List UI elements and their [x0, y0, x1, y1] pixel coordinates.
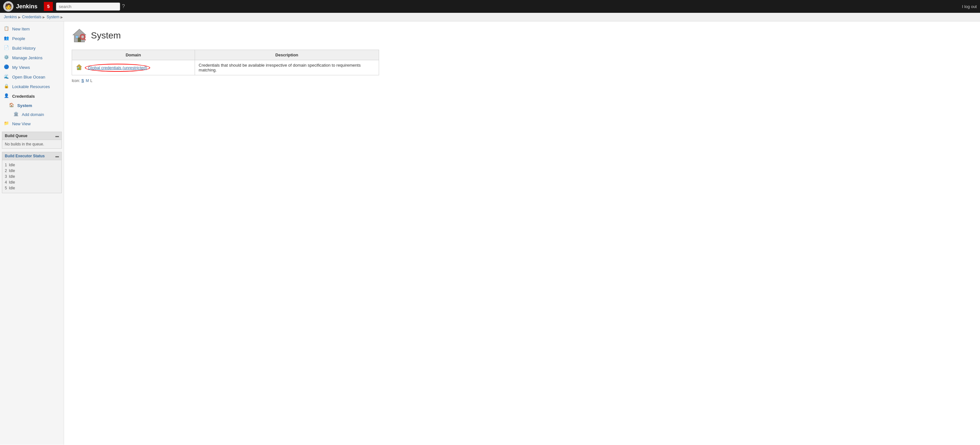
help-icon[interactable]: ?	[122, 3, 125, 9]
jenkins-logo[interactable]: 🧑 Jenkins	[3, 1, 37, 11]
logout-link[interactable]: I log out	[962, 4, 977, 9]
icon-size-s[interactable]: S	[81, 78, 84, 83]
sidebar-item-lockable-resources[interactable]: 🔒 Lockable Resources	[0, 82, 64, 91]
sidebar-label-system: System	[17, 103, 32, 108]
credentials-table: Domain Description	[72, 49, 379, 75]
manage-jenkins-icon: ⚙️	[4, 55, 10, 61]
description-cell: Credentials that should be available irr…	[195, 60, 379, 75]
domain-cell-inner: Global credentials (unrestricted)	[76, 64, 191, 72]
build-queue-panel: Build Queue ▬ No builds in the queue.	[2, 132, 62, 149]
page-title: System	[91, 30, 121, 41]
system-page-icon	[72, 28, 87, 43]
credentials-icon: 👤	[4, 93, 10, 99]
jenkins-title: Jenkins	[16, 3, 37, 10]
jenkins-avatar: 🧑	[3, 1, 13, 11]
breadcrumb-sep-1: ▶	[18, 15, 21, 19]
main-content: System Domain Description	[64, 21, 980, 445]
col-description: Description	[195, 50, 379, 60]
sidebar-label-credentials: Credentials	[12, 94, 35, 99]
sidebar-item-add-domain[interactable]: 🏛️ Add domain	[0, 110, 64, 119]
sidebar-item-system[interactable]: 🏠 System	[0, 101, 64, 110]
build-queue-title: Build Queue	[5, 134, 27, 138]
svg-rect-2	[76, 35, 78, 38]
table-row: Global credentials (unrestricted) Creden…	[72, 60, 379, 75]
build-queue-collapse[interactable]: ▬	[56, 134, 59, 138]
sidebar-item-new-view[interactable]: 📁 New View	[0, 119, 64, 128]
header: 🧑 Jenkins 5 ? I log out	[0, 0, 980, 13]
sidebar-label-add-domain: Add domain	[22, 112, 44, 117]
col-domain: Domain	[72, 50, 195, 60]
domain-cell: Global credentials (unrestricted)	[72, 60, 195, 75]
executor-row-1: 1 Idle	[5, 162, 59, 168]
new-view-icon: 📁	[4, 121, 10, 126]
table-header-row: Domain Description	[72, 50, 379, 60]
build-executor-body: 1 Idle 2 Idle 3 Idle 4 Idle 5 Idle	[2, 160, 62, 193]
system-icon: 🏠	[9, 102, 15, 108]
sidebar: 📋 New Item 👥 People 📄 Build History ⚙️ M…	[0, 21, 64, 445]
add-domain-icon: 🏛️	[13, 112, 19, 117]
icon-size-l-text: L	[90, 78, 92, 83]
sidebar-item-credentials[interactable]: 👤 Credentials	[0, 91, 64, 101]
executor-num-5: 5	[5, 186, 7, 190]
sidebar-item-my-views[interactable]: 🔵 My Views	[0, 62, 64, 72]
build-queue-empty: No builds in the queue.	[5, 142, 44, 147]
sidebar-label-my-views: My Views	[12, 65, 30, 70]
breadcrumb-credentials[interactable]: Credentials	[22, 15, 41, 19]
search-area: ?	[56, 3, 962, 11]
global-credentials-link[interactable]: Global credentials (unrestricted)	[85, 64, 150, 72]
sidebar-label-manage-jenkins: Manage Jenkins	[12, 56, 43, 60]
breadcrumb: Jenkins ▶ Credentials ▶ System ▶	[0, 13, 980, 21]
new-item-icon: 📋	[4, 26, 10, 32]
executor-status-3: Idle	[9, 174, 15, 179]
executor-row-3: 3 Idle	[5, 174, 59, 179]
executor-row-4: 4 Idle	[5, 179, 59, 185]
executor-status-4: Idle	[9, 180, 15, 185]
svg-point-5	[81, 35, 84, 38]
page-title-row: System	[72, 28, 972, 43]
sidebar-label-lockable-resources: Lockable Resources	[12, 84, 50, 89]
build-queue-body: No builds in the queue.	[2, 140, 62, 148]
build-queue-header: Build Queue ▬	[2, 132, 62, 140]
executor-status-1: Idle	[9, 163, 15, 167]
sidebar-label-new-item: New Item	[12, 27, 30, 31]
sidebar-label-people: People	[12, 36, 25, 41]
sidebar-label-new-view: New View	[12, 121, 31, 126]
build-executor-title-link[interactable]: Build Executor Status	[5, 154, 45, 158]
breadcrumb-jenkins[interactable]: Jenkins	[4, 15, 17, 19]
sidebar-item-manage-jenkins[interactable]: ⚙️ Manage Jenkins	[0, 53, 64, 62]
sidebar-item-open-blue-ocean[interactable]: 🌊 Open Blue Ocean	[0, 72, 64, 82]
executor-num-4: 4	[5, 180, 7, 185]
svg-rect-8	[78, 67, 79, 68]
executor-num-1: 1	[5, 163, 7, 167]
search-input[interactable]	[56, 3, 120, 11]
executor-num-3: 3	[5, 174, 7, 179]
people-icon: 👥	[4, 35, 10, 41]
build-history-icon: 📄	[4, 45, 10, 51]
sidebar-item-people[interactable]: 👥 People	[0, 33, 64, 43]
build-executor-panel: Build Executor Status ▬ 1 Idle 2 Idle 3 …	[2, 152, 62, 193]
breadcrumb-system[interactable]: System	[46, 15, 59, 19]
build-executor-header: Build Executor Status ▬	[2, 152, 62, 160]
executor-row-5: 5 Idle	[5, 185, 59, 191]
executor-status-2: Idle	[9, 169, 15, 173]
icon-size-m[interactable]: M	[86, 78, 89, 83]
domain-row-icon	[76, 64, 82, 72]
search-wrap	[56, 3, 120, 11]
breadcrumb-sep-2: ▶	[43, 15, 45, 19]
sidebar-item-new-item[interactable]: 📋 New Item	[0, 24, 64, 33]
breadcrumb-sep-3: ▶	[60, 15, 63, 19]
sidebar-label-open-blue-ocean: Open Blue Ocean	[12, 75, 45, 80]
open-blue-ocean-icon: 🌊	[4, 74, 10, 80]
icon-size-row: Icon: S M L	[72, 78, 972, 83]
layout: 📋 New Item 👥 People 📄 Build History ⚙️ M…	[0, 21, 980, 445]
executor-status-5: Idle	[9, 186, 15, 190]
notification-badge[interactable]: 5	[44, 2, 53, 11]
executor-num-2: 2	[5, 169, 7, 173]
build-executor-collapse[interactable]: ▬	[56, 154, 59, 158]
sidebar-label-build-history: Build History	[12, 46, 35, 51]
sidebar-item-build-history[interactable]: 📄 Build History	[0, 43, 64, 53]
lockable-resources-icon: 🔒	[4, 84, 10, 89]
my-views-icon: 🔵	[4, 64, 10, 70]
icon-label: Icon:	[72, 78, 80, 83]
executor-row-2: 2 Idle	[5, 168, 59, 174]
